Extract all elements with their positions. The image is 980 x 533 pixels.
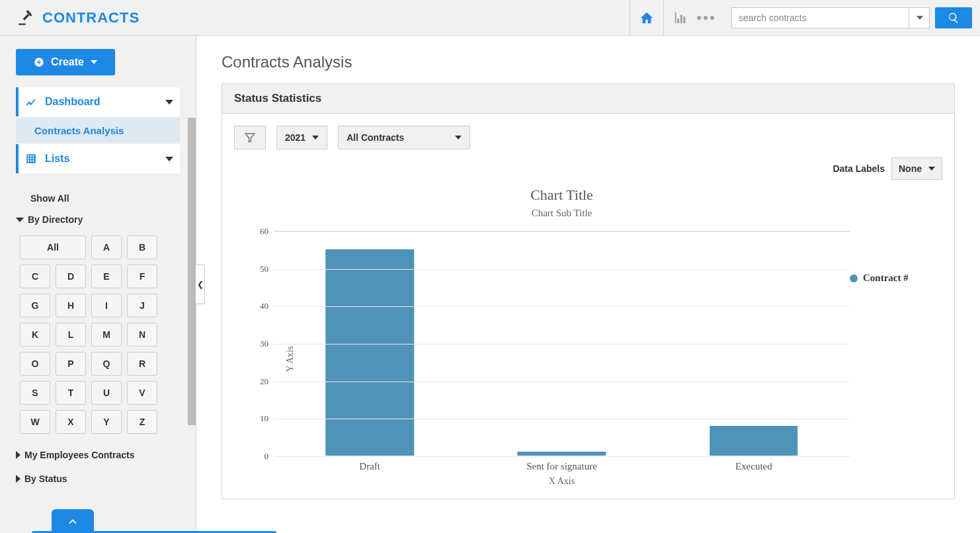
alpha-p[interactable]: P <box>56 352 86 376</box>
scope-select[interactable]: All Contracts <box>338 126 470 149</box>
sidebar-bottom-tab[interactable] <box>52 509 94 533</box>
alpha-s[interactable]: S <box>20 381 50 405</box>
gridline <box>274 382 850 382</box>
alpha-x[interactable]: X <box>56 410 86 434</box>
gridline <box>274 231 850 232</box>
alpha-all[interactable]: All <box>20 235 86 259</box>
bar-chart-icon <box>673 11 688 25</box>
panel-controls: 2021 All Contracts <box>234 126 942 149</box>
plus-circle-icon <box>34 57 44 67</box>
gridline <box>274 269 850 270</box>
gridline <box>274 344 850 345</box>
page-title: Contracts Analysis <box>222 53 955 71</box>
gridline <box>274 419 850 419</box>
y-tick: 50 <box>260 264 274 274</box>
alpha-r[interactable]: R <box>127 352 157 376</box>
alpha-y[interactable]: Y <box>91 410 122 434</box>
panel-title: Status Statistics <box>222 84 954 114</box>
x-tick: Executed <box>658 456 850 472</box>
alpha-o[interactable]: O <box>20 352 50 376</box>
chevron-down-icon <box>16 218 24 222</box>
brand: CONTRACTS <box>0 0 147 35</box>
search-button[interactable] <box>935 7 972 28</box>
alpha-h[interactable]: H <box>56 294 86 317</box>
home-icon <box>639 11 654 25</box>
sidebar-nav: Dashboard Contracts Analysis Lists <box>16 87 180 173</box>
alpha-w[interactable]: W <box>20 410 50 434</box>
more-icon[interactable] <box>697 16 714 20</box>
search-icon <box>948 12 960 24</box>
search-input[interactable] <box>731 7 930 28</box>
alpha-n[interactable]: N <box>127 323 157 347</box>
alpha-grid: AllABCDEFGHIJKLMNOPQRSTUVWXYZ <box>16 231 180 440</box>
data-labels-row: Data Labels None <box>234 157 942 180</box>
legend-label: Contract # <box>863 272 909 284</box>
plot-area: 0102030405060 <box>274 231 850 456</box>
analytics-button[interactable] <box>663 0 723 35</box>
chart-subtitle: Chart Sub Title <box>274 208 850 219</box>
bar-executed[interactable] <box>710 426 798 456</box>
caret-down-icon <box>312 136 319 140</box>
nav-dashboard[interactable]: Dashboard <box>16 87 180 116</box>
nav-lists[interactable]: Lists <box>16 144 180 173</box>
alpha-q[interactable]: Q <box>91 352 122 376</box>
chevron-down-icon <box>165 100 173 104</box>
x-ticks: DraftSent for signatureExecuted <box>274 456 850 472</box>
chart: Chart Title Chart Sub Title Y Axis 01020… <box>234 180 942 487</box>
create-button[interactable]: Create <box>16 49 115 75</box>
data-labels-select[interactable]: None <box>891 157 942 180</box>
alpha-m[interactable]: M <box>91 323 122 347</box>
sidebar-by-status[interactable]: By Status <box>16 467 180 491</box>
alpha-b[interactable]: B <box>127 235 157 259</box>
caret-down-icon <box>91 60 97 64</box>
filter-button[interactable] <box>234 126 266 149</box>
alpha-v[interactable]: V <box>127 381 157 405</box>
gridline <box>274 306 850 307</box>
year-select[interactable]: 2021 <box>276 126 327 149</box>
alpha-t[interactable]: T <box>56 381 86 405</box>
nav-lists-label: Lists <box>45 153 69 165</box>
alpha-g[interactable]: G <box>20 294 50 317</box>
sidebar-by-directory[interactable]: By Directory <box>16 208 180 231</box>
alpha-i[interactable]: I <box>91 294 122 317</box>
y-tick: 30 <box>260 339 274 349</box>
search-dropdown[interactable] <box>909 7 930 28</box>
data-labels-label: Data Labels <box>833 163 885 174</box>
alpha-a[interactable]: A <box>91 235 122 259</box>
alpha-j[interactable]: J <box>127 294 157 317</box>
line-chart-icon <box>25 96 37 108</box>
bar-sent-for-signature[interactable] <box>518 452 606 456</box>
alpha-e[interactable]: E <box>91 265 122 288</box>
y-tick: 20 <box>260 376 274 387</box>
scrollbar[interactable] <box>188 118 196 425</box>
sidebar-my-employees-contracts[interactable]: My Employees Contracts <box>16 440 180 467</box>
home-button[interactable] <box>630 0 663 35</box>
bar-draft[interactable] <box>325 249 414 456</box>
y-tick: 10 <box>260 413 274 424</box>
chart-title: Chart Title <box>274 186 850 204</box>
sidebar-show-all[interactable]: Show All <box>16 189 180 208</box>
top-bar: CONTRACTS <box>0 0 980 36</box>
alpha-c[interactable]: C <box>20 265 50 288</box>
alpha-f[interactable]: F <box>127 265 157 288</box>
brand-title: CONTRACTS <box>42 9 140 26</box>
x-tick: Sent for signature <box>466 456 657 472</box>
alpha-k[interactable]: K <box>20 323 50 347</box>
funnel-icon <box>244 132 256 144</box>
sidebar-collapse-handle[interactable]: ❮ <box>196 265 205 304</box>
x-axis-label: X Axis <box>274 476 850 487</box>
alpha-u[interactable]: U <box>91 381 122 405</box>
alpha-l[interactable]: L <box>56 323 86 347</box>
status-statistics-panel: Status Statistics 2021 All Contracts <box>222 83 955 499</box>
main-content: Contracts Analysis Status Statistics 202… <box>196 36 980 533</box>
grid-icon <box>25 153 37 165</box>
search-area <box>723 0 980 35</box>
gridline <box>274 456 850 457</box>
nav-contracts-analysis[interactable]: Contracts Analysis <box>16 118 180 143</box>
alpha-z[interactable]: Z <box>127 410 157 434</box>
legend-swatch <box>850 274 858 282</box>
sidebar: Create Dashboard Contracts Analysis List… <box>0 36 196 533</box>
chart-legend: Contract # <box>850 180 942 487</box>
alpha-d[interactable]: D <box>56 265 86 288</box>
caret-down-icon <box>928 167 935 171</box>
